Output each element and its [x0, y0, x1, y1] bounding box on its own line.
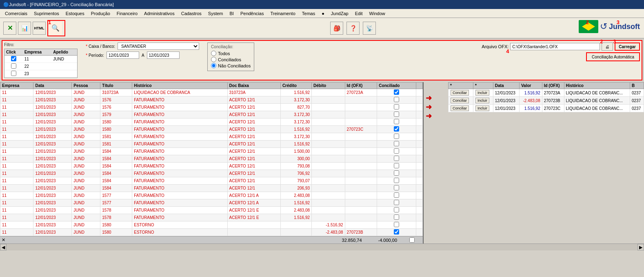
cell-doc-baixa: ACERTO 12/1	[227, 163, 280, 170]
cell-conciliado[interactable]	[377, 148, 416, 155]
title-text: Jundsoft - [FINANCEIRO_29 - Conciliação …	[9, 2, 114, 7]
cell-conciliado[interactable]	[377, 199, 416, 207]
left-data-table: Empresa Data Pessoa Título Histórico Doc…	[0, 82, 423, 236]
left-row-7: 11 12/01/2023 JUND 1581 FATURAMENTO ACER…	[0, 141, 423, 148]
menu-suprimentos[interactable]: Suprimentos	[31, 10, 62, 17]
chart-button[interactable]: 📊	[18, 22, 31, 35]
cell-data: 12/01/2023	[33, 126, 72, 133]
rth-star1: *	[449, 83, 473, 89]
empresa-apelido-2	[51, 63, 77, 70]
radio-nao-conciliados-label: Não Conciliados	[218, 63, 251, 68]
arrow-separator: ➜ ➜ ➜	[424, 82, 448, 243]
footer-check[interactable]	[409, 237, 415, 243]
cell-credito: 3.172,30	[280, 96, 311, 104]
caixa-banco-select[interactable]: SANTANDER	[118, 42, 199, 50]
cell-conciliado[interactable]	[377, 155, 416, 163]
cell-conciliado[interactable]	[377, 214, 416, 221]
scroll-right-btn[interactable]: ▶	[637, 244, 644, 250]
excel-button[interactable]: ✕	[3, 22, 16, 35]
cell-data: 12/01/2023	[33, 148, 72, 155]
menu-cadastros[interactable]: Cadastros	[178, 10, 205, 17]
badge-4-label: 4	[506, 48, 509, 54]
radio-conciliados: Conciliados	[211, 57, 251, 62]
menu-comerciais[interactable]: Comerciais	[2, 10, 31, 17]
scroll-left-btn[interactable]: ◀	[0, 244, 7, 250]
empresa-table: Empresa Click Empresa Apelido 11 JUND	[4, 49, 78, 78]
cell-historico: FATURAMENTO	[132, 126, 227, 133]
cell-conciliado[interactable]	[377, 177, 416, 185]
cell-conciliado[interactable]	[377, 126, 416, 133]
menu-system[interactable]: System	[205, 10, 227, 17]
left-row-11: 11 12/01/2023 JUND 1584 FATURAMENTO ACER…	[0, 170, 423, 177]
logo-refresh-icon: ↺	[600, 21, 607, 32]
cell-conciliado[interactable]	[377, 89, 416, 96]
cell-btn-incluir[interactable]: Incluir	[473, 97, 493, 105]
menu-financeiro[interactable]: Financeiro	[113, 10, 141, 17]
empresa-check-3[interactable]	[11, 71, 16, 76]
menu-edit[interactable]: Edit	[352, 10, 366, 17]
cell-r-b: 0237	[630, 97, 644, 105]
cell-conciliado[interactable]	[377, 163, 416, 170]
cell-conciliado[interactable]	[377, 207, 416, 214]
radio-nao-conciliados-input[interactable]	[211, 63, 216, 68]
cell-conciliado[interactable]	[377, 185, 416, 192]
menu-window[interactable]: Window	[366, 10, 389, 17]
cell-btn-incluir[interactable]: Incluir	[473, 89, 493, 97]
cell-doc-baixa: ACERTO 12/1	[227, 118, 280, 126]
horizontal-scrollbar[interactable]: ◀ ▶	[0, 243, 644, 250]
cell-btn-incluir[interactable]: Incluir	[473, 105, 493, 112]
html-button[interactable]: HTML	[33, 22, 46, 35]
cell-historico: FATURAMENTO	[132, 118, 227, 126]
cell-historico: FATURAMENTO	[132, 185, 227, 192]
cell-data: 12/01/2023	[33, 199, 72, 207]
cell-conciliado[interactable]	[377, 104, 416, 111]
menu-pendencias[interactable]: Pendências	[237, 10, 267, 17]
menu-temas[interactable]: Temas	[299, 10, 318, 17]
filter-section: Filtro: Empresa Click Empresa Apelido	[2, 40, 642, 80]
cell-historico: FATURAMENTO	[132, 199, 227, 207]
empresa-check-1[interactable]	[11, 56, 16, 61]
periodo-from-input[interactable]	[107, 51, 139, 59]
cell-titulo: 1584	[100, 163, 132, 170]
menu-producao[interactable]: Produção	[88, 10, 113, 17]
cell-conciliado[interactable]	[377, 229, 416, 236]
radio-todos-input[interactable]	[211, 51, 216, 56]
menu-estoques[interactable]: Estoques	[62, 10, 88, 17]
cell-conciliado[interactable]	[377, 111, 416, 118]
left-row-15: 11 12/01/2023 JUND 1577 FATURAMENTO ACER…	[0, 199, 423, 207]
cell-historico: FATURAMENTO	[132, 111, 227, 118]
menu-bi[interactable]: BI	[227, 10, 237, 17]
footer-x: ✕	[2, 237, 5, 243]
cell-doc-baixa: ACERTO 12/1	[227, 111, 280, 118]
cell-conciliado[interactable]	[377, 192, 416, 199]
empresa-check-2[interactable]	[11, 63, 16, 69]
cell-titulo: 1577	[100, 199, 132, 207]
radio-conciliados-input[interactable]	[211, 57, 216, 62]
menu-treinamento[interactable]: Treinamento	[267, 10, 298, 17]
briefcase-button[interactable]: 🎒	[330, 22, 343, 35]
remote-button[interactable]: 📡	[363, 22, 376, 35]
conciliacao-automatica-button[interactable]: Conciliação Automática	[586, 52, 640, 61]
ofx-input[interactable]	[510, 43, 600, 50]
cell-debito	[312, 133, 345, 141]
cell-conciliado[interactable]	[377, 141, 416, 148]
periodo-to-input[interactable]	[147, 51, 180, 59]
print-button[interactable]: 🖨	[602, 42, 613, 51]
cell-conciliado[interactable]	[377, 133, 416, 141]
menu-administrativos[interactable]: Administrativos	[141, 10, 178, 17]
cell-btn-conciliar[interactable]: Conciliar	[449, 105, 473, 112]
menu-jundzap[interactable]: JundZap	[328, 10, 352, 17]
th-data: Data	[33, 83, 72, 89]
right-data-table: * * Data Valor Id (OFX) Histórico B Conc…	[448, 82, 644, 112]
cell-conciliado[interactable]	[377, 170, 416, 177]
cell-btn-conciliar[interactable]: Conciliar	[449, 97, 473, 105]
cell-data: 12/01/2023	[33, 229, 72, 236]
cell-btn-conciliar[interactable]: Conciliar	[449, 89, 473, 97]
carregar-button[interactable]: Carregar	[615, 42, 640, 51]
help-button[interactable]: ❓	[346, 22, 360, 35]
cell-conciliado[interactable]	[377, 221, 416, 229]
scroll-track-h[interactable]	[7, 244, 637, 250]
cell-conciliado[interactable]	[377, 96, 416, 104]
right-row-0: Conciliar Incluir 12/01/2023 1.516,92 27…	[449, 89, 644, 97]
cell-conciliado[interactable]	[377, 118, 416, 126]
